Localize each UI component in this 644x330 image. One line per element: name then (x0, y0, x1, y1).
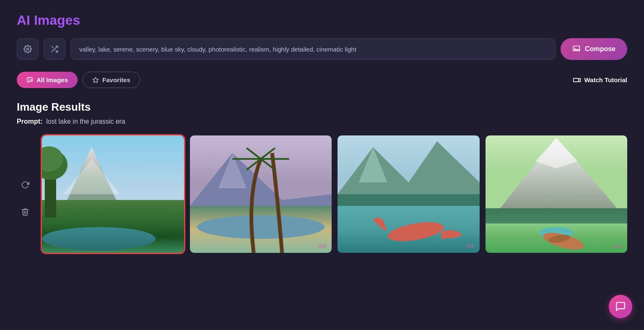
svg-line-3 (52, 46, 53, 48)
filter-tabs: All Images Favorites (17, 72, 140, 88)
watermark-3: INK (465, 244, 475, 249)
compose-icon (572, 45, 581, 53)
svg-marker-8 (93, 77, 98, 83)
image-grid: INK INK INK (42, 135, 627, 253)
image-card-1[interactable] (42, 135, 184, 253)
svg-point-7 (29, 78, 29, 79)
page-title: AI Images (17, 13, 627, 28)
image-canvas-3 (338, 135, 480, 253)
settings-button[interactable] (17, 38, 39, 60)
regenerate-button[interactable] (17, 177, 34, 193)
toolbar: valley, lake, serene, scenery, blue sky,… (17, 38, 627, 60)
watermark-4: INK (613, 244, 623, 249)
results-title: Image Results (17, 101, 627, 114)
video-icon (573, 76, 581, 84)
image-canvas-4 (486, 135, 628, 253)
left-actions (17, 135, 42, 253)
compose-button[interactable]: Compose (561, 38, 627, 60)
trash-icon (21, 208, 29, 216)
refresh-icon (21, 181, 29, 189)
shuffle-icon (50, 45, 59, 53)
svg-marker-10 (579, 78, 580, 81)
images-area: INK INK INK (17, 135, 627, 253)
svg-point-0 (27, 48, 29, 50)
image-canvas-1 (42, 135, 184, 253)
results-section: Image Results Prompt: lost lake in the j… (17, 101, 627, 253)
prompt-input[interactable]: valley, lake, serene, scenery, blue sky,… (79, 46, 547, 53)
image-card-2[interactable]: INK (190, 135, 332, 253)
tab-favorites[interactable]: Favorites (83, 72, 140, 88)
filter-row: All Images Favorites Watch Tutorial (17, 72, 627, 88)
gear-icon (23, 45, 32, 53)
chat-icon (615, 301, 626, 312)
watermark-2: INK (317, 244, 327, 249)
image-card-4[interactable]: INK (486, 135, 628, 253)
prompt-line: Prompt: lost lake in the jurassic era (17, 118, 627, 125)
shuffle-button[interactable] (44, 38, 65, 60)
star-icon (92, 77, 99, 83)
svg-rect-9 (573, 78, 579, 81)
image-canvas-2 (190, 135, 332, 253)
watch-tutorial-button[interactable]: Watch Tutorial (573, 76, 628, 84)
prompt-input-wrapper: valley, lake, serene, scenery, blue sky,… (70, 38, 556, 60)
images-icon (26, 77, 33, 83)
chat-bubble[interactable] (609, 295, 632, 318)
image-card-3[interactable]: INK (338, 135, 480, 253)
delete-button[interactable] (17, 203, 34, 220)
tab-all-images[interactable]: All Images (17, 72, 78, 88)
